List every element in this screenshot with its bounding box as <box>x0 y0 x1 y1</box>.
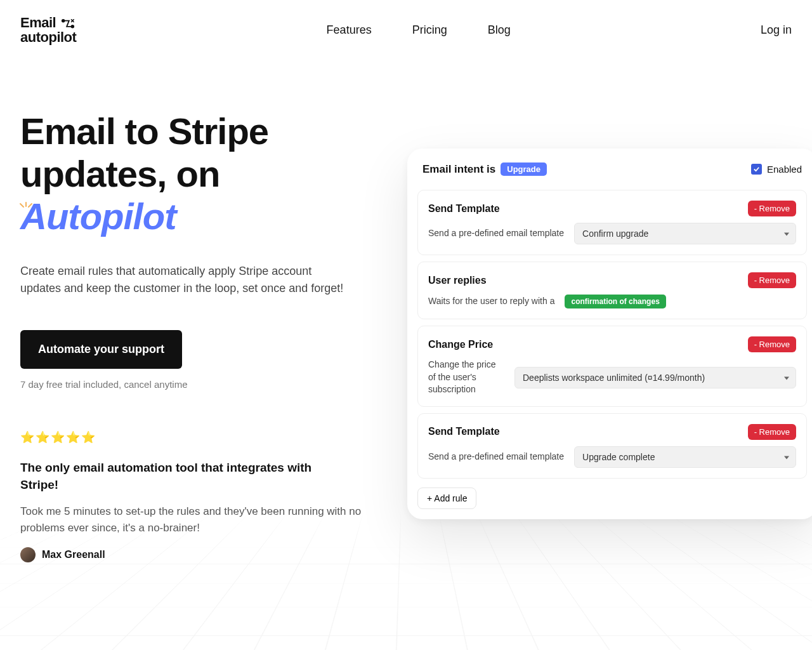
rule-card: Send Template - Remove Send a pre-define… <box>417 190 807 255</box>
logo-text-line1: Email <box>20 15 56 30</box>
rule-card: User replies - Remove Waits for the user… <box>417 262 807 319</box>
rule-title: User replies <box>428 275 487 286</box>
nav-features[interactable]: Features <box>327 23 372 37</box>
author-name: Max Greenall <box>42 549 105 560</box>
testimonial-body: Took me 5 minutes to set-up the rules an… <box>20 503 363 536</box>
avatar <box>20 547 36 562</box>
intent-badge: Upgrade <box>501 162 547 176</box>
remove-button[interactable]: - Remove <box>748 424 796 440</box>
nav-pricing[interactable]: Pricing <box>412 23 447 37</box>
testimonial-author: Max Greenall <box>20 547 376 562</box>
price-select[interactable]: Deeplists workspace unlimited (¤14.99/mo… <box>514 367 796 388</box>
rating-stars: ⭐⭐⭐⭐⭐ <box>20 430 376 444</box>
hero-panel-column: Email intent is Upgrade Enabled Send Tem… <box>401 110 792 562</box>
rule-title: Change Price <box>428 339 493 350</box>
svg-line-2 <box>20 204 23 207</box>
panel-header: Email intent is Upgrade Enabled <box>417 160 807 183</box>
rule-desc: Send a pre-defined email template <box>428 451 564 463</box>
testimonial-title: The only email automation tool that inte… <box>20 460 350 493</box>
template-select[interactable]: Upgrade complete <box>574 446 796 468</box>
remove-button[interactable]: - Remove <box>748 272 796 288</box>
nav-login[interactable]: Log in <box>761 23 792 36</box>
logo-text-line2: autopilot <box>20 30 76 44</box>
remove-button[interactable]: - Remove <box>748 201 796 216</box>
template-select[interactable]: Confirm upgrade <box>574 223 796 244</box>
headline-line1: Email to Stripe <box>20 110 268 152</box>
remove-button[interactable]: - Remove <box>748 336 796 352</box>
rule-title: Send Template <box>428 426 500 437</box>
sparkle-icon <box>18 184 34 227</box>
rule-card: Send Template - Remove Send a pre-define… <box>417 413 807 479</box>
enabled-toggle[interactable]: Enabled <box>751 164 802 175</box>
trial-note: 7 day free trial included, cancel anytim… <box>20 379 376 390</box>
rule-desc: Send a pre-defined email template <box>428 227 564 240</box>
reply-badge: confirmation of changes <box>565 295 665 308</box>
logo[interactable]: Email autopilot <box>20 15 76 44</box>
nav-blog[interactable]: Blog <box>488 23 511 37</box>
subhead: Create email rules that automatically ap… <box>20 263 350 297</box>
intent-prefix: Email intent is <box>422 163 495 176</box>
rule-card: Change Price - Remove Change the price o… <box>417 326 807 407</box>
rule-desc: Waits for the user to reply with a <box>428 295 554 308</box>
add-rule-button[interactable]: + Add rule <box>417 488 476 509</box>
cta-button[interactable]: Automate your support <box>20 330 182 369</box>
headline-autopilot: Autopilot <box>20 196 176 237</box>
intent-line: Email intent is Upgrade <box>422 162 547 176</box>
rule-desc: Change the price of the user's subscript… <box>428 359 504 396</box>
rules-panel: Email intent is Upgrade Enabled Send Tem… <box>407 149 812 519</box>
hero-section: Email to Stripe updates, on Autopilot Cr… <box>0 60 812 562</box>
autopilot-glyph-icon <box>61 17 75 29</box>
enabled-label: Enabled <box>767 164 802 175</box>
primary-nav: Features Pricing Blog <box>76 23 761 37</box>
site-header: Email autopilot Features Pricing Blog Lo… <box>0 0 812 60</box>
headline-line2: updates, on <box>20 153 219 194</box>
hero-copy: Email to Stripe updates, on Autopilot Cr… <box>20 110 376 562</box>
enabled-checkbox-icon <box>751 164 762 175</box>
svg-line-4 <box>29 204 32 207</box>
rule-title: Send Template <box>428 203 500 215</box>
headline: Email to Stripe updates, on Autopilot <box>20 110 376 237</box>
